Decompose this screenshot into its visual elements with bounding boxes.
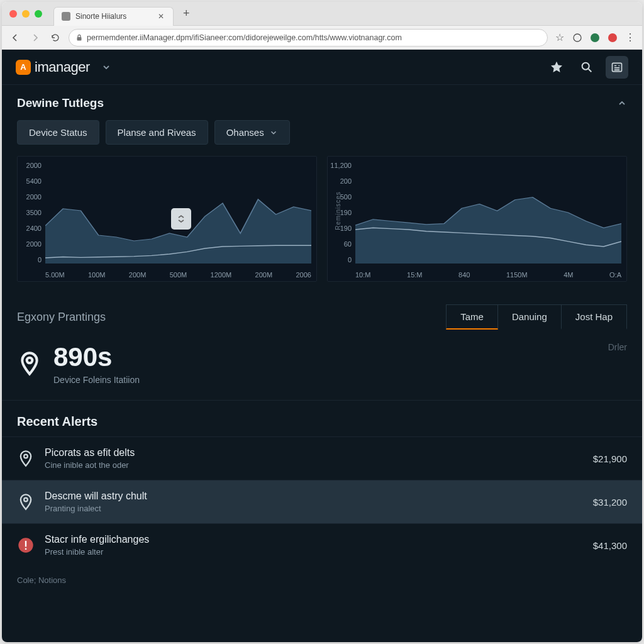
section-collapse[interactable] xyxy=(617,98,627,108)
lock-icon xyxy=(75,34,83,42)
section-title: Dewine Tutlegs xyxy=(17,96,627,110)
subsection-tabs: Tame Danuing Jost Hap xyxy=(446,304,627,330)
metric-right-label: Drler xyxy=(608,342,627,352)
svg-point-6 xyxy=(27,358,33,364)
window-minimize[interactable] xyxy=(22,10,30,18)
brand-dropdown[interactable] xyxy=(101,62,111,72)
favorite-icon[interactable] xyxy=(545,56,568,79)
bookmark-star-icon[interactable]: ☆ xyxy=(554,32,565,43)
window-maximize[interactable] xyxy=(35,10,42,18)
chart-right: Reminisces 11,200200500190190600 10:M15:… xyxy=(327,156,627,282)
tab-device-status[interactable]: Device Status xyxy=(17,120,99,145)
metric-sub: Device Foleins Itatiion xyxy=(53,375,140,385)
alert-amount: $41,300 xyxy=(593,540,627,551)
nav-back[interactable] xyxy=(8,31,22,45)
chart-right-xaxis: 10:M15:M8401150M4MO:A xyxy=(355,271,621,279)
subtab-jost-hap[interactable]: Jost Hap xyxy=(562,304,627,330)
subsection-header: Egxony Prantings Tame Danuing Jost Hap xyxy=(2,293,642,330)
extension-3-icon[interactable] xyxy=(607,32,618,43)
chart-left-yaxis: 2000540020003500240020000 xyxy=(18,157,45,281)
subtab-danuing[interactable]: Danuing xyxy=(498,304,562,330)
metric-block: 890s Device Foleins Itatiion Drler xyxy=(2,330,642,401)
app-topbar: A imanager xyxy=(2,50,642,85)
address-bar: permemdenter.iiManager.dpm/ifiSianeer:co… xyxy=(2,26,642,50)
nav-reload[interactable] xyxy=(48,31,62,45)
chart-drag-handle[interactable] xyxy=(171,208,191,230)
titlebar: Sinorte Hiialurs ✕ + xyxy=(2,2,642,26)
footer-link[interactable]: Cole; Notions xyxy=(2,567,642,594)
app-root: A imanager Dewine Tutlegs Device Status … xyxy=(2,50,642,642)
svg-point-1 xyxy=(574,34,581,42)
alert-title: Picorats as efit delts xyxy=(45,447,583,458)
alert-sub: Cine inible aot the oder xyxy=(45,460,583,470)
nav-forward[interactable] xyxy=(28,31,42,45)
alert-sub: Prest inible alter xyxy=(45,547,583,557)
alert-title: Descme will astry chult xyxy=(45,491,583,502)
pin-icon xyxy=(17,351,42,376)
tab-ohanses[interactable]: Ohanses xyxy=(214,120,290,145)
chevron-down-icon xyxy=(269,128,278,137)
alert-row[interactable]: Descme will astry chultPranting inalect$… xyxy=(2,480,642,523)
section-tabs: Device Status Planse and Riveas Ohanses xyxy=(17,120,627,145)
extension-1-icon[interactable] xyxy=(572,32,583,43)
alert-row[interactable]: Stacr infe ergilichangesPrest inible alt… xyxy=(2,523,642,567)
url-field[interactable]: permemdenter.iiManager.dpm/ifiSianeer:co… xyxy=(69,29,548,47)
browser-window: Sinorte Hiialurs ✕ + permemdenter.iiMana… xyxy=(2,2,642,642)
svg-point-7 xyxy=(24,455,28,458)
tab-title: Sinorte Hiialurs xyxy=(75,12,126,21)
tab-favicon xyxy=(62,12,70,21)
svg-rect-0 xyxy=(77,37,82,41)
pin-icon xyxy=(17,450,35,467)
alert-row[interactable]: Picorats as efit deltsCine inible aot th… xyxy=(2,436,642,480)
chart-right-body: 10:M15:M8401150M4MO:A xyxy=(355,157,626,281)
tab-plans-riveas[interactable]: Planse and Riveas xyxy=(106,120,208,145)
chart-right-svg xyxy=(355,162,621,264)
charts-row: 2000540020003500240020000 5.00M100M200M5… xyxy=(17,156,627,282)
svg-point-3 xyxy=(608,33,617,42)
chart-right-ylabel: Reminisces xyxy=(335,191,341,230)
extension-icons: ☆ ⋮ xyxy=(554,32,636,43)
svg-point-4 xyxy=(582,62,589,69)
extension-2-icon[interactable] xyxy=(589,32,601,43)
browser-tab[interactable]: Sinorte Hiialurs ✕ xyxy=(53,7,174,26)
pin-icon xyxy=(17,493,35,511)
tab-close[interactable]: ✕ xyxy=(157,12,165,21)
browser-menu-icon[interactable]: ⋮ xyxy=(625,32,636,43)
charts-section: Dewine Tutlegs Device Status Planse and … xyxy=(2,85,642,293)
metric-value: 890s xyxy=(53,342,140,372)
svg-rect-10 xyxy=(25,541,26,547)
alert-title: Stacr infe ergilichanges xyxy=(45,534,583,545)
svg-point-8 xyxy=(24,498,28,502)
warning-icon xyxy=(17,536,35,554)
svg-rect-11 xyxy=(25,548,26,550)
alert-amount: $31,200 xyxy=(593,497,627,508)
new-tab-button[interactable]: + xyxy=(177,5,195,23)
chart-left-xaxis: 5.00M100M200M500M1200M200M2006 xyxy=(45,271,311,279)
news-icon[interactable] xyxy=(606,56,628,79)
alert-sub: Pranting inalect xyxy=(45,504,583,513)
subtab-tame[interactable]: Tame xyxy=(446,304,498,330)
traffic-lights xyxy=(9,10,42,18)
alerts-list: Picorats as efit deltsCine inible aot th… xyxy=(2,436,642,567)
logo-badge: A xyxy=(16,60,31,75)
subsection-title: Egxony Prantings xyxy=(17,311,106,324)
window-close[interactable] xyxy=(9,10,17,18)
chart-left-body: 5.00M100M200M500M1200M200M2006 xyxy=(45,157,316,281)
alert-amount: $21,900 xyxy=(593,453,627,464)
svg-point-2 xyxy=(591,33,599,42)
chart-left: 2000540020003500240020000 5.00M100M200M5… xyxy=(17,156,317,282)
search-icon[interactable] xyxy=(575,56,598,79)
logo-text: imanager xyxy=(35,59,90,75)
app-logo[interactable]: A imanager xyxy=(16,59,90,75)
alerts-title: Recent Alerts xyxy=(2,401,642,436)
url-text: permemdenter.iiManager.dpm/ifiSianeer:co… xyxy=(87,33,402,42)
